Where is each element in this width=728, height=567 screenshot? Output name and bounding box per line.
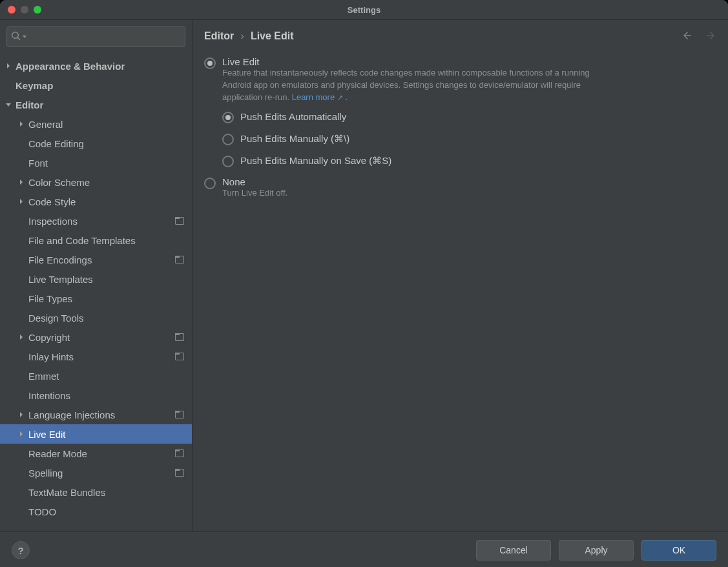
- option-none-desc: Turn Live Edit off.: [222, 187, 287, 200]
- search-input[interactable]: [26, 32, 181, 43]
- option-push-edits-1[interactable]: Push Edits Manually (⌘\): [222, 132, 716, 145]
- tree-item-file-and-code-templates[interactable]: File and Code Templates: [0, 231, 192, 250]
- tree-item-font[interactable]: Font: [0, 153, 192, 172]
- option-push-edits-0[interactable]: Push Edits Automatically: [222, 110, 716, 123]
- radio-icon: [222, 112, 234, 123]
- close-window-button[interactable]: [8, 6, 16, 14]
- desc-text: Feature that instantaneously reflects co…: [222, 68, 590, 102]
- option-none[interactable]: None Turn Live Edit off.: [204, 176, 716, 200]
- tree-item-spelling[interactable]: Spelling: [0, 463, 192, 482]
- content: Live Edit Feature that instantaneously r…: [192, 52, 728, 531]
- main-panel: Editor › Live Edit: [192, 20, 728, 531]
- tree-item-emmet[interactable]: Emmet: [0, 366, 192, 386]
- settings-tree[interactable]: Appearance & BehaviorKeymapEditorGeneral…: [0, 54, 192, 531]
- tree-item-design-tools[interactable]: Design Tools: [0, 308, 192, 327]
- tree-item-live-templates[interactable]: Live Templates: [0, 269, 192, 289]
- tree-item-label: Appearance & Behavior: [16, 61, 125, 72]
- tree-item-label: Inspections: [28, 216, 78, 227]
- tree-item-general[interactable]: General: [0, 114, 192, 134]
- tree-item-inspections[interactable]: Inspections: [0, 211, 192, 231]
- project-scope-icon: [175, 333, 184, 341]
- tree-item-label: Color Scheme: [28, 177, 90, 188]
- radio-icon: [204, 57, 216, 69]
- project-scope-icon: [175, 411, 184, 418]
- option-none-label: None: [222, 176, 287, 187]
- help-button[interactable]: ?: [12, 541, 30, 559]
- project-scope-icon: [175, 469, 184, 477]
- tree-item-label: Inlay Hints: [28, 351, 74, 362]
- project-scope-icon: [175, 256, 184, 263]
- zoom-window-button[interactable]: [34, 6, 41, 14]
- cancel-button[interactable]: Cancel: [476, 540, 551, 561]
- tree-item-file-types[interactable]: File Types: [0, 289, 192, 308]
- tree-item-code-style[interactable]: Code Style: [0, 192, 192, 211]
- main-header: Editor › Live Edit: [192, 20, 728, 52]
- tree-item-label: Code Editing: [28, 138, 84, 149]
- tree-item-textmate-bundles[interactable]: TextMate Bundles: [0, 482, 192, 502]
- chevron-icon: [17, 431, 26, 437]
- body: Appearance & BehaviorKeymapEditorGeneral…: [0, 20, 728, 531]
- ok-button[interactable]: OK: [641, 540, 716, 561]
- tree-item-inlay-hints[interactable]: Inlay Hints: [0, 347, 192, 366]
- chevron-icon: [17, 411, 26, 418]
- option-live-edit[interactable]: Live Edit Feature that instantaneously r…: [204, 56, 716, 104]
- option-live-edit-label: Live Edit: [222, 56, 597, 67]
- desc-period: .: [343, 92, 348, 102]
- search-box[interactable]: [6, 26, 185, 47]
- chevron-icon: [17, 121, 26, 127]
- tree-item-label: Font: [28, 158, 48, 169]
- tree-item-label: Live Templates: [28, 274, 93, 285]
- tree-item-label: Code Style: [28, 196, 76, 207]
- tree-item-live-edit[interactable]: Live Edit: [0, 424, 192, 444]
- tree-item-label: Editor: [16, 99, 43, 110]
- radio-icon: [222, 156, 234, 167]
- tree-item-label: File Encodings: [28, 254, 92, 265]
- tree-item-intentions[interactable]: Intentions: [0, 386, 192, 405]
- tree-item-copyright[interactable]: Copyright: [0, 327, 192, 347]
- option-label: Push Edits Manually (⌘\): [240, 133, 349, 145]
- option-live-edit-desc: Feature that instantaneously reflects co…: [222, 67, 597, 104]
- chevron-icon: [17, 179, 26, 185]
- tree-item-label: Keymap: [16, 80, 53, 91]
- footer: ? Cancel Apply OK: [0, 531, 728, 567]
- tree-item-label: Live Edit: [28, 429, 66, 440]
- breadcrumb-part-editor[interactable]: Editor: [204, 30, 234, 42]
- minimize-window-button[interactable]: [21, 6, 28, 14]
- breadcrumb-part-live-edit: Live Edit: [251, 30, 294, 42]
- settings-window: Settings Appearance & BehaviorKeymapEdit…: [0, 0, 728, 567]
- nav-forward-button: [705, 30, 716, 43]
- option-label: Push Edits Automatically: [240, 111, 346, 122]
- project-scope-icon: [175, 449, 184, 457]
- radio-icon: [222, 134, 234, 145]
- tree-item-todo[interactable]: TODO: [0, 502, 192, 521]
- breadcrumb-separator: ›: [240, 30, 244, 43]
- option-label: Push Edits Manually on Save (⌘S): [240, 155, 391, 167]
- titlebar: Settings: [0, 0, 728, 20]
- push-edits-options: Push Edits AutomaticallyPush Edits Manua…: [222, 110, 716, 167]
- apply-button[interactable]: Apply: [559, 540, 634, 561]
- tree-item-label: Reader Mode: [28, 448, 87, 459]
- tree-item-reader-mode[interactable]: Reader Mode: [0, 444, 192, 463]
- chevron-icon: [4, 63, 13, 69]
- external-link-icon: ↗: [337, 94, 343, 101]
- tree-item-language-injections[interactable]: Language Injections: [0, 405, 192, 424]
- option-push-edits-2[interactable]: Push Edits Manually on Save (⌘S): [222, 154, 716, 167]
- project-scope-icon: [175, 217, 184, 225]
- window-title: Settings: [0, 5, 728, 15]
- radio-icon: [204, 178, 216, 189]
- search-icon: [11, 31, 21, 43]
- tree-item-appearance-behavior[interactable]: Appearance & Behavior: [0, 56, 192, 76]
- learn-more-link[interactable]: Learn more ↗: [292, 92, 343, 102]
- tree-item-color-scheme[interactable]: Color Scheme: [0, 172, 192, 192]
- tree-item-label: General: [28, 119, 63, 130]
- nav-arrows: [681, 30, 716, 43]
- nav-back-button[interactable]: [681, 30, 693, 43]
- tree-item-file-encodings[interactable]: File Encodings: [0, 250, 192, 269]
- tree-item-keymap[interactable]: Keymap: [0, 76, 192, 95]
- tree-item-label: File Types: [28, 293, 72, 304]
- project-scope-icon: [175, 353, 184, 360]
- chevron-icon: [17, 334, 26, 340]
- tree-item-code-editing[interactable]: Code Editing: [0, 134, 192, 153]
- tree-item-label: TextMate Bundles: [28, 487, 105, 498]
- tree-item-editor[interactable]: Editor: [0, 95, 192, 114]
